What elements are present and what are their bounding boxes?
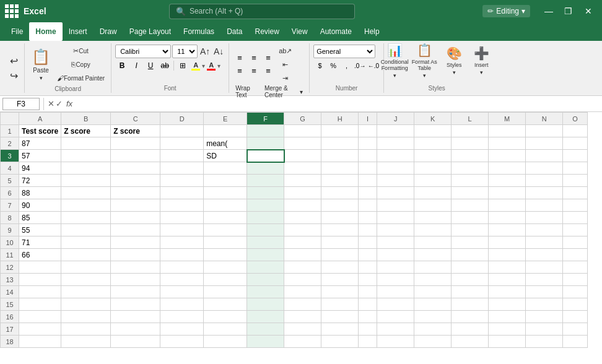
formula-input[interactable] — [77, 99, 600, 109]
col-header-N[interactable]: N — [526, 113, 563, 125]
row-header-13[interactable]: 13 — [1, 274, 19, 286]
cell-J7[interactable] — [377, 199, 414, 212]
merge-center-button[interactable]: Merge & Center ▾ — [262, 85, 305, 98]
underline-button[interactable]: U — [144, 59, 157, 72]
row-header-5[interactable]: 5 — [1, 175, 19, 187]
cell-L3[interactable] — [452, 150, 489, 162]
menu-item-draw[interactable]: Draw — [94, 22, 123, 41]
cell-B7[interactable] — [61, 199, 111, 212]
cell-E7[interactable] — [204, 199, 247, 212]
cell-L9[interactable] — [452, 224, 489, 236]
cell-F15[interactable] — [247, 298, 284, 311]
cell-F8[interactable] — [247, 212, 284, 224]
cell-J11[interactable] — [377, 249, 414, 261]
cell-B14[interactable] — [61, 286, 111, 298]
cell-A5[interactable]: 72 — [19, 175, 61, 187]
cell-J10[interactable] — [377, 236, 414, 249]
cell-F11[interactable] — [247, 249, 284, 261]
editing-badge[interactable]: ✏ Editing ▾ — [482, 5, 530, 17]
menu-item-review[interactable]: Review — [248, 22, 285, 41]
align-top-left[interactable]: ≡ — [233, 52, 246, 64]
cell-C13[interactable] — [111, 274, 160, 286]
formula-confirm-icon[interactable]: ✓ — [56, 99, 63, 108]
cell-G4[interactable] — [284, 162, 321, 175]
cell-O9[interactable] — [563, 224, 588, 236]
cell-F13[interactable] — [247, 274, 284, 286]
paste-button[interactable]: 📋 Paste ▾ — [28, 47, 53, 82]
cell-D18[interactable] — [160, 336, 204, 348]
cell-B12[interactable] — [61, 261, 111, 274]
cell-styles-button[interactable]: 🎨 Styles ▾ — [440, 45, 468, 77]
cell-E6[interactable] — [204, 187, 247, 199]
cell-C2[interactable] — [111, 137, 160, 150]
cell-O13[interactable] — [563, 274, 588, 286]
row-header-3[interactable]: 3 — [1, 150, 19, 162]
cell-K12[interactable] — [414, 261, 452, 274]
cell-D3[interactable] — [160, 150, 204, 162]
cell-K4[interactable] — [414, 162, 452, 175]
row-header-9[interactable]: 9 — [1, 224, 19, 236]
align-middle-center[interactable]: ≡ — [247, 65, 261, 77]
col-header-C[interactable]: C — [111, 113, 160, 125]
increase-decimal-button[interactable]: ←.0 — [367, 59, 380, 72]
cell-E17[interactable] — [204, 323, 247, 336]
cell-N6[interactable] — [526, 187, 563, 199]
cell-K10[interactable] — [414, 236, 452, 249]
cell-J18[interactable] — [377, 336, 414, 348]
cell-C11[interactable] — [111, 249, 160, 261]
cell-K1[interactable] — [414, 125, 452, 137]
cell-A10[interactable]: 71 — [19, 236, 61, 249]
cell-N13[interactable] — [526, 274, 563, 286]
cell-B10[interactable] — [61, 236, 111, 249]
cell-O6[interactable] — [563, 187, 588, 199]
menu-item-view[interactable]: View — [286, 22, 314, 41]
cell-E11[interactable] — [204, 249, 247, 261]
format-table-dropdown[interactable]: ▾ — [423, 72, 426, 79]
cell-J6[interactable] — [377, 187, 414, 199]
wrap-text-button[interactable]: Wrap Text — [233, 85, 261, 98]
cell-J1[interactable] — [377, 125, 414, 137]
cell-D1[interactable] — [160, 125, 204, 137]
cell-J16[interactable] — [377, 311, 414, 323]
cell-L7[interactable] — [452, 199, 489, 212]
cell-reference-box[interactable] — [2, 98, 40, 110]
cell-I17[interactable] — [359, 323, 377, 336]
cell-M18[interactable] — [489, 336, 526, 348]
cell-O7[interactable] — [563, 199, 588, 212]
cell-E1[interactable] — [204, 125, 247, 137]
cell-A9[interactable]: 55 — [19, 224, 61, 236]
cell-A4[interactable]: 94 — [19, 162, 61, 175]
row-header-14[interactable]: 14 — [1, 286, 19, 298]
col-header-H[interactable]: H — [321, 113, 359, 125]
cell-B4[interactable] — [61, 162, 111, 175]
cell-I18[interactable] — [359, 336, 377, 348]
font-shrink-button[interactable]: A↓ — [212, 45, 225, 58]
cell-A17[interactable] — [19, 323, 61, 336]
cell-O2[interactable] — [563, 137, 588, 150]
cell-E9[interactable] — [204, 224, 247, 236]
cell-D17[interactable] — [160, 323, 204, 336]
cell-H10[interactable] — [321, 236, 359, 249]
cell-C5[interactable] — [111, 175, 160, 187]
cell-C1[interactable]: Z score — [111, 125, 160, 137]
fill-color-button[interactable]: A — [190, 61, 201, 71]
menu-item-automate[interactable]: Automate — [314, 22, 358, 41]
cell-O16[interactable] — [563, 311, 588, 323]
paste-dropdown[interactable]: ▾ — [40, 75, 43, 81]
cell-D2[interactable] — [160, 137, 204, 150]
cell-F12[interactable] — [247, 261, 284, 274]
cell-A16[interactable] — [19, 311, 61, 323]
cell-M15[interactable] — [489, 298, 526, 311]
cell-J13[interactable] — [377, 274, 414, 286]
cell-H2[interactable] — [321, 137, 359, 150]
cell-D5[interactable] — [160, 175, 204, 187]
cell-I15[interactable] — [359, 298, 377, 311]
cell-G11[interactable] — [284, 249, 321, 261]
cell-N17[interactable] — [526, 323, 563, 336]
cell-O15[interactable] — [563, 298, 588, 311]
styles-dropdown[interactable]: ▾ — [453, 69, 456, 76]
cell-M9[interactable] — [489, 224, 526, 236]
cell-A15[interactable] — [19, 298, 61, 311]
cell-H9[interactable] — [321, 224, 359, 236]
comma-button[interactable]: , — [340, 59, 353, 72]
